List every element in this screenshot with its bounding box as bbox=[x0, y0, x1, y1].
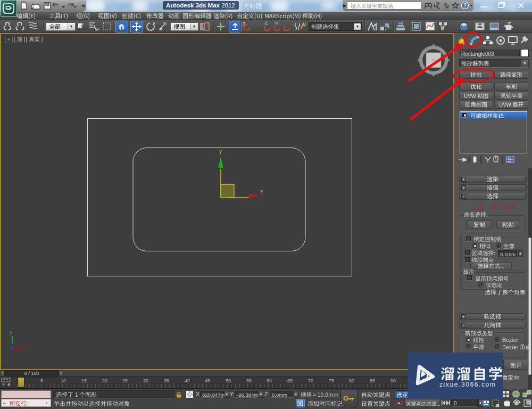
svg-text:∠: ∠ bbox=[264, 21, 268, 26]
svg-text:%: % bbox=[275, 21, 278, 26]
svg-text:x: x bbox=[260, 189, 263, 194]
svg-text:?: ? bbox=[463, 3, 467, 9]
svg-text:y: y bbox=[10, 329, 12, 335]
svg-text:y: y bbox=[219, 149, 222, 154]
